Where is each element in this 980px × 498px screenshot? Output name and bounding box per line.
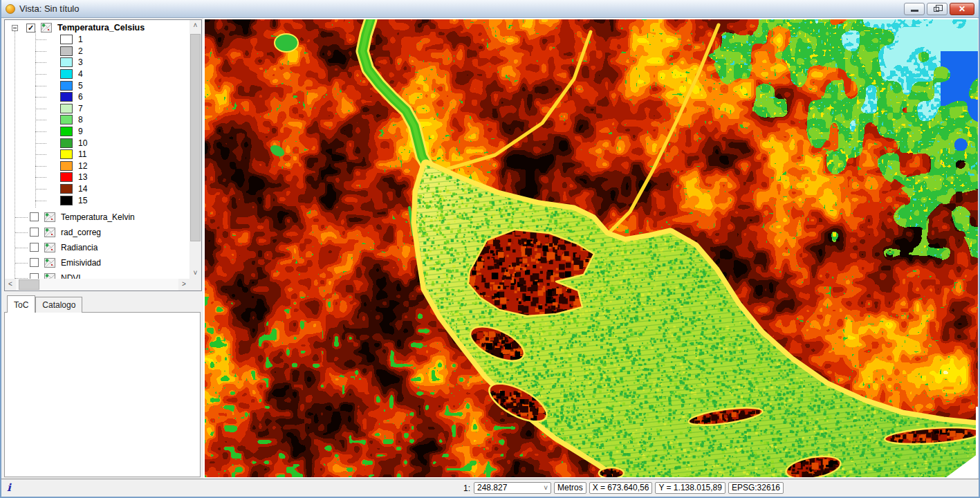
scale-value: 248.827 <box>477 483 544 493</box>
toc-panel: ✓ Temperatura_Celsius 1 2 3 4 5 6 7 8 9 <box>1 18 203 479</box>
legend-label: 10 <box>78 138 87 148</box>
layer-item-radiancia[interactable]: Radiancia <box>5 240 189 255</box>
restore-icon <box>934 7 939 12</box>
titlebar[interactable]: Vista: Sin título <box>1 0 979 18</box>
legend-item[interactable]: 11 <box>5 149 189 160</box>
y-coordinate: Y = 1.138.015,89 <box>655 482 725 494</box>
checkmark-icon: ✓ <box>27 24 35 32</box>
legend-swatch <box>60 172 73 182</box>
close-button[interactable] <box>950 3 974 15</box>
legend-item[interactable]: 3 <box>5 57 189 68</box>
legend-item[interactable]: 14 <box>5 183 189 195</box>
raster-layer-icon <box>44 243 55 252</box>
tree-horizontal-scrollbar[interactable] <box>5 279 189 290</box>
tab-toc[interactable]: ToC <box>7 295 35 313</box>
combo-dropdown-icon[interactable]: ˅ <box>544 485 548 492</box>
tree-vertical-scrollbar[interactable] <box>189 20 201 279</box>
legend-item[interactable]: 15 <box>5 194 189 206</box>
raster-layer-icon <box>44 228 55 237</box>
legend-swatch <box>60 196 73 205</box>
minimize-icon <box>911 10 918 12</box>
map-viewport[interactable] <box>203 18 977 479</box>
legend-label: 13 <box>78 172 87 182</box>
toc-lower-panel <box>4 312 201 477</box>
legend-item[interactable]: 13 <box>5 172 189 183</box>
legend-label: 12 <box>78 161 87 171</box>
legend-label: 7 <box>78 104 83 113</box>
layer-checkbox[interactable] <box>30 273 39 279</box>
legend-label: 4 <box>78 69 83 79</box>
legend-swatch <box>60 69 73 79</box>
raster-layer-icon <box>44 212 55 222</box>
legend-item[interactable]: 10 <box>5 137 189 149</box>
layer-item-rad-correg[interactable]: rad_correg <box>5 225 189 240</box>
scroll-down-icon[interactable] <box>189 268 201 279</box>
scroll-up-icon[interactable] <box>189 20 201 31</box>
scroll-left-icon[interactable] <box>5 279 16 290</box>
legend-swatch <box>60 127 73 136</box>
legend-item[interactable]: 9 <box>5 126 189 138</box>
legend-swatch <box>60 138 73 148</box>
view-window-icon <box>6 4 15 14</box>
status-cluster: 1: 248.827 ˅ Metros X = 673.640,56 Y = 1… <box>463 482 784 494</box>
legend-swatch <box>60 81 73 91</box>
legend-swatch <box>60 57 73 67</box>
layer-checkbox[interactable] <box>30 212 39 221</box>
close-icon <box>950 3 974 15</box>
raster-layer-icon <box>44 258 55 268</box>
legend-item[interactable]: 8 <box>5 114 189 126</box>
statusbar: i 1: 248.827 ˅ Metros X = 673.640,56 Y =… <box>1 479 979 497</box>
window-title: Vista: Sin título <box>19 3 79 14</box>
layer-item-temperatura-kelvin[interactable]: Temperatura_Kelvin <box>5 210 189 225</box>
legend-item[interactable]: 2 <box>5 46 189 57</box>
legend-label: 5 <box>78 81 83 91</box>
scale-combobox[interactable]: 248.827 ˅ <box>474 482 551 494</box>
legend-label: 6 <box>78 92 83 102</box>
layer-name: Emisividad <box>61 258 101 268</box>
legend-swatch <box>60 161 73 171</box>
layer-tree: ✓ Temperatura_Celsius 1 2 3 4 5 6 7 8 9 <box>4 19 202 291</box>
legend-item[interactable]: 7 <box>5 103 189 115</box>
legend-swatch <box>60 92 73 102</box>
layer-item-emisividad[interactable]: Emisividad <box>5 255 189 270</box>
collapse-icon[interactable] <box>12 25 18 31</box>
layer-list: Temperatura_Kelvin rad_correg Radiancia <box>5 210 189 279</box>
scrollbar-thumb[interactable] <box>19 279 39 290</box>
raster-layer-icon <box>41 23 52 33</box>
scrollbar-thumb[interactable] <box>190 34 201 241</box>
thermal-raster-map[interactable] <box>205 19 978 477</box>
legend-swatch <box>60 46 73 56</box>
scroll-right-icon[interactable] <box>178 279 189 290</box>
layer-name: Temperatura_Celsius <box>57 23 145 33</box>
legend-label: 1 <box>78 35 83 44</box>
minimize-button[interactable] <box>904 3 925 15</box>
layer-name: Temperatura_Kelvin <box>61 212 135 222</box>
legend-item[interactable]: 1 <box>5 34 189 46</box>
layer-item-temperatura-celsius[interactable]: ✓ Temperatura_Celsius <box>5 21 189 34</box>
layer-name: Radiancia <box>61 243 98 252</box>
view-window: Vista: Sin título ✓ Temperatura_Celsius <box>0 0 980 498</box>
layer-name: rad_correg <box>61 228 101 237</box>
tab-catalogo[interactable]: Catalogo <box>35 297 82 313</box>
units-indicator: Metros <box>554 482 586 494</box>
layer-checkbox[interactable] <box>30 243 39 252</box>
scrollbar-corner <box>189 279 201 290</box>
legend-swatch <box>60 104 73 113</box>
scale-label: 1: <box>463 483 470 493</box>
legend-label: 9 <box>78 127 83 136</box>
legend-label: 14 <box>78 184 87 194</box>
legend-item[interactable]: 12 <box>5 160 189 172</box>
restore-button[interactable] <box>927 3 947 15</box>
legend-swatch <box>60 35 73 44</box>
legend-swatch <box>60 184 73 194</box>
layer-checkbox[interactable] <box>30 258 39 267</box>
layer-item-ndvi[interactable]: NDVI <box>5 270 189 279</box>
layer-checkbox[interactable] <box>30 228 39 237</box>
legend-item[interactable]: 4 <box>5 68 189 80</box>
legend-item[interactable]: 5 <box>5 80 189 91</box>
legend-item[interactable]: 6 <box>5 91 189 103</box>
x-coordinate: X = 673.640,56 <box>589 482 653 494</box>
epsg-indicator: EPSG:32616 <box>728 482 784 494</box>
layer-checkbox[interactable]: ✓ <box>26 24 35 33</box>
info-icon: i <box>7 483 11 493</box>
